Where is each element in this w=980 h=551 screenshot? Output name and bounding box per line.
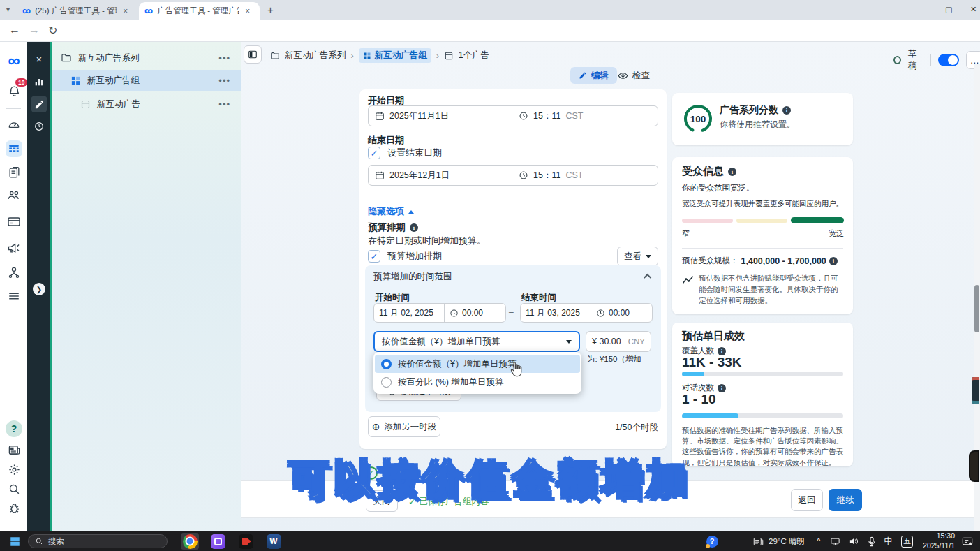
info-icon[interactable] [829,257,838,265]
start-time-value: 15：11 [533,110,560,122]
ime-language-indicator[interactable]: 中 [884,536,893,548]
collapse-chevron-icon[interactable] [644,274,651,281]
increase-type-select[interactable]: 按价值金额（¥）增加单日预算 [373,331,580,352]
breadcrumb-campaign[interactable]: 新互动广告系列 [285,50,346,61]
view-dropdown-button[interactable]: 查看 [617,247,658,266]
add-slot-button[interactable]: ⊕ 添加另一时段 [368,416,440,437]
floating-widget-handle[interactable] [972,377,979,404]
speaker-icon[interactable] [849,536,859,546]
tree-item-ad[interactable]: 新互动广告 ••• [52,94,243,115]
new-tab-button[interactable]: + [267,3,274,15]
start-date-input[interactable]: 2025年11月1日 [369,106,512,126]
info-icon[interactable] [782,106,791,115]
more-options-icon[interactable]: ••• [218,75,230,86]
info-icon[interactable] [410,223,418,232]
weather-widget[interactable]: 29°C 晴朗 [753,536,805,547]
search-icon[interactable] [6,480,22,497]
window-maximize-button[interactable]: ▢ [945,5,952,14]
all-tools-menu-icon[interactable] [6,288,22,304]
taskbar-search[interactable]: 搜索 [28,534,168,548]
network-icon[interactable] [830,537,840,546]
tray-expand-chevron[interactable]: ^ [817,536,821,546]
history-clock-icon[interactable] [31,118,47,135]
tree-item-adset-selected[interactable]: 新互动广告组 ••• [52,70,243,91]
budget-schedule-checkbox[interactable] [368,250,380,263]
campaigns-table-icon[interactable] [6,140,22,157]
assets-hierarchy-icon[interactable] [6,264,22,281]
option-by-percent-label: 按百分比 (%) 增加单日预算 [398,376,503,388]
meta-logo-icon[interactable]: ∞ [6,52,22,69]
info-icon[interactable] [728,168,736,176]
taskbar-help-app[interactable]: ? [703,533,721,550]
taskbar-video-app[interactable] [237,533,255,550]
taskbar-purple-app[interactable] [209,533,227,550]
browser-tab-2-active[interactable]: ∞ 广告管理工具 - 管理广告 - 广… × [139,2,260,20]
browser-tab-1[interactable]: ∞ (25) 广告管理工具 - 管理广告 × [17,2,137,20]
notifications-bell-icon[interactable]: 10 [6,82,22,99]
info-icon[interactable] [718,347,726,355]
edit-pencil-icon[interactable] [31,96,47,112]
adset-on-toggle[interactable] [938,54,959,66]
window-close-button[interactable]: ✕ [970,5,977,14]
back-button[interactable]: 返回 [791,489,823,511]
more-options-icon[interactable]: ••• [218,99,230,110]
continue-button[interactable]: 继续 [829,489,862,511]
end-date-input[interactable]: 2025年12月1日 [369,166,512,185]
clock-widget[interactable]: 15:30 2025/11/1 [923,531,955,550]
range-end-time: 00:00 [609,308,630,318]
gear-icon[interactable] [6,461,22,478]
conversations-bar [682,413,843,418]
close-tab-icon[interactable]: × [123,6,128,16]
hide-options-link[interactable]: 隐藏选项 [368,205,414,218]
breadcrumb-ad[interactable]: 1个广告 [459,50,489,61]
set-end-date-checkbox[interactable] [368,147,380,159]
more-options-icon[interactable]: ••• [218,53,230,64]
amount-input-box[interactable]: ¥ 30.00 CNY [586,331,651,352]
billing-card-icon[interactable] [6,213,22,230]
notification-center-icon[interactable] [962,536,973,546]
collapse-tree-button[interactable] [244,45,262,64]
reports-pages-icon[interactable] [6,164,22,181]
ime-mode-indicator[interactable]: 五 [901,536,913,548]
clock-icon [519,111,528,121]
ads-megaphone-icon[interactable] [6,240,22,256]
bug-report-icon[interactable] [6,499,22,516]
range-start-time-input[interactable]: 00:00 [444,304,505,322]
info-icon[interactable] [718,384,726,392]
microphone-icon[interactable] [868,536,876,547]
panel-toggle-icon [248,50,258,59]
breadcrumb-adset-active[interactable]: 新互动广告组 [359,48,431,63]
menu-option-by-value[interactable]: 按价值金额（¥）增加单日预算 [375,355,580,373]
help-button[interactable]: ? [6,420,22,437]
overview-gauge-icon[interactable] [6,117,22,134]
reload-icon[interactable]: ↻ [48,24,57,37]
slot-count: 1/50个时段 [615,422,658,434]
tab-search-chevron-icon[interactable]: ▾ [6,6,10,13]
range-end-time-input[interactable]: 00:00 [591,304,652,322]
audiences-people-icon[interactable] [6,186,22,203]
score-title: 广告系列分数 [720,104,778,117]
edit-tab[interactable]: 编辑 [570,67,617,84]
close-tab-icon[interactable]: × [245,6,250,16]
review-tab[interactable]: 检查 [618,70,650,82]
start-button[interactable] [6,533,24,550]
start-time-input[interactable]: 15：11 CST [512,106,658,126]
range-start-date-input[interactable]: 11 月 02, 2025 [374,304,444,322]
close-pane-icon[interactable]: × [31,50,47,67]
chevron-right-icon: › [436,51,439,61]
tree-item-campaign[interactable]: 新互动广告系列 ••• [52,47,243,68]
floating-toolbar-handle[interactable] [969,450,979,482]
expand-panel-button[interactable]: ❯ [33,283,45,295]
forward-icon[interactable]: → [29,24,40,36]
end-time-input[interactable]: 15：11 CST [512,166,658,185]
range-end-date-input[interactable]: 11 月 03, 2025 [521,304,591,322]
news-icon[interactable] [6,441,22,458]
taskbar-word[interactable]: W [265,533,283,550]
window-minimize-button[interactable]: — [920,5,928,13]
menu-option-by-percent[interactable]: 按百分比 (%) 增加单日预算 [375,373,580,391]
back-icon[interactable]: ← [9,24,20,36]
screenshot-stage: ▾ ∞ (25) 广告管理工具 - 管理广告 × ∞ 广告管理工具 - 管理广告… [0,0,980,551]
performance-chart-icon[interactable] [31,73,47,90]
taskbar-chrome[interactable] [181,533,199,550]
page-scrollbar-thumb[interactable] [974,285,979,332]
